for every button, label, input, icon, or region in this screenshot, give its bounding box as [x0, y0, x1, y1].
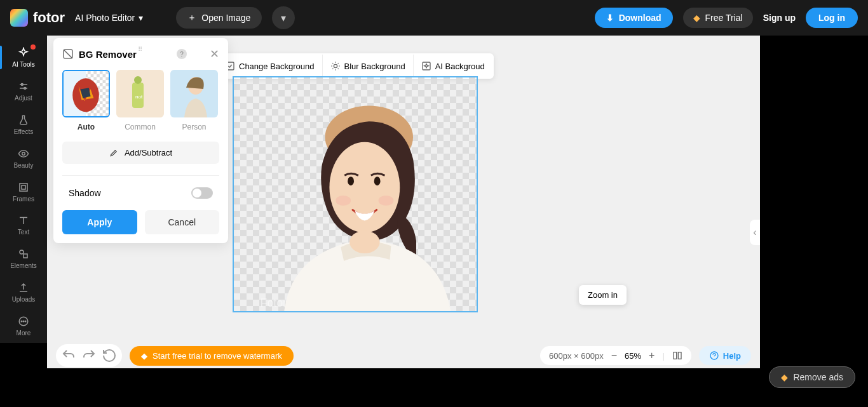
- trial-remove-watermark-button[interactable]: ◆ Start free trial to remove watermark: [130, 346, 294, 366]
- zoom-controls: 600px × 600px − 65% + |: [540, 346, 691, 365]
- brush-icon: [109, 149, 118, 157]
- sidebar-item-more[interactable]: More: [0, 309, 47, 343]
- thumb-common[interactable]: not: [116, 70, 164, 117]
- help-label: Help: [723, 351, 741, 361]
- trial-text: Start free trial to remove watermark: [153, 351, 282, 361]
- undo-button[interactable]: [61, 348, 76, 363]
- text-icon: [18, 215, 29, 226]
- ai-bg-icon: [421, 61, 431, 71]
- chevron-left-icon: ‹: [753, 227, 756, 238]
- sidebar-item-label: More: [17, 330, 31, 337]
- add-subtract-label: Add/Subtract: [125, 148, 172, 157]
- sparkle-icon: [18, 47, 29, 58]
- chevron-down-icon: ▾: [139, 13, 143, 23]
- download-icon: ⬇: [606, 13, 614, 23]
- close-icon[interactable]: ✕: [210, 47, 219, 61]
- diamond-icon: ◆: [781, 372, 788, 382]
- diamond-icon: ◆: [693, 13, 700, 23]
- open-image-button[interactable]: ＋ Open Image: [176, 7, 262, 29]
- svg-point-10: [21, 321, 22, 322]
- redo-button[interactable]: [81, 348, 97, 363]
- sidebar-item-label: Effects: [14, 128, 33, 135]
- cancel-button[interactable]: Cancel: [145, 210, 220, 234]
- canvas-image: Fotor: [234, 77, 477, 311]
- tab-person[interactable]: Person: [170, 123, 218, 131]
- compare-icon[interactable]: [672, 350, 682, 361]
- free-trial-button[interactable]: ◆ Free Trial: [683, 8, 753, 28]
- svg-point-32: [134, 76, 142, 84]
- tab-common[interactable]: Common: [116, 123, 164, 131]
- svg-rect-37: [678, 352, 681, 359]
- apply-button[interactable]: Apply: [62, 210, 137, 234]
- sidebar-item-uploads[interactable]: Uploads: [0, 276, 47, 309]
- history-controls: [56, 344, 122, 367]
- help-icon[interactable]: ?: [177, 49, 187, 59]
- sidebar-item-label: Beauty: [13, 162, 33, 169]
- editor-dropdown[interactable]: AI Photo Editor ▾: [75, 13, 143, 23]
- logo[interactable]: fotor: [10, 9, 65, 27]
- svg-point-21: [379, 196, 394, 206]
- remove-ads-button[interactable]: ◆ Remove ads: [769, 366, 855, 388]
- sidebar-item-effects[interactable]: Effects: [0, 108, 47, 142]
- shapes-icon: [18, 248, 29, 260]
- sidebar-item-adjust[interactable]: Adjust: [0, 74, 47, 108]
- sidebar-item-label: Uploads: [12, 296, 36, 303]
- editor-dropdown-label: AI Photo Editor: [75, 13, 135, 23]
- tab-auto[interactable]: Auto: [62, 123, 110, 131]
- bottom-bar: ◆ Start free trial to remove watermark 6…: [47, 343, 760, 368]
- expand-panel-button[interactable]: ‹: [750, 220, 760, 245]
- ai-background-button[interactable]: AI Backgroud: [414, 55, 492, 77]
- reset-button[interactable]: [102, 348, 117, 363]
- blur-bg-label: Blur Background: [344, 62, 405, 71]
- sidebar-item-ai-tools[interactable]: AI Tools: [0, 41, 47, 74]
- blur-icon: [330, 61, 341, 71]
- plus-icon: ＋: [187, 12, 196, 23]
- sidebar-item-elements[interactable]: Elements: [0, 242, 47, 276]
- svg-text:Fotor: Fotor: [261, 297, 287, 309]
- zoom-out-button[interactable]: −: [611, 350, 617, 361]
- svg-rect-36: [674, 352, 677, 359]
- open-image-dropdown[interactable]: ▾: [272, 6, 295, 29]
- open-image-label: Open Image: [201, 13, 250, 23]
- download-button[interactable]: ⬇ Download: [595, 8, 673, 28]
- svg-point-19: [374, 177, 381, 185]
- svg-rect-6: [22, 185, 25, 189]
- blur-background-button[interactable]: Blur Background: [323, 55, 414, 77]
- eye-icon: [18, 148, 29, 159]
- bg-remover-panel: ⠿ BG Remover ? ✕ not Auto Common Person …: [53, 38, 228, 243]
- svg-rect-5: [20, 183, 27, 191]
- remove-ads-label: Remove ads: [793, 372, 843, 382]
- change-bg-label: Change Background: [239, 62, 315, 71]
- help-button[interactable]: Help: [699, 346, 751, 365]
- background-toolbar: Change Background Blur Background AI Bac…: [216, 53, 494, 79]
- divider: [62, 175, 219, 176]
- canvas[interactable]: Fotor: [233, 76, 478, 312]
- top-bar: fotor AI Photo Editor ▾ ＋ Open Image ▾ ⬇…: [0, 0, 868, 36]
- more-icon: [18, 316, 29, 327]
- svg-text:not: not: [135, 94, 143, 100]
- svg-point-7: [20, 250, 24, 254]
- svg-point-22: [349, 230, 380, 253]
- sliders-icon: [18, 81, 29, 92]
- svg-point-12: [25, 321, 26, 322]
- change-background-button[interactable]: Change Background: [217, 55, 323, 77]
- zoom-in-button[interactable]: +: [649, 350, 654, 361]
- thumb-person[interactable]: [170, 70, 218, 117]
- chevron-down-icon: ▾: [281, 12, 286, 24]
- thumb-auto[interactable]: [62, 70, 110, 117]
- drag-handle-icon[interactable]: ⠿: [138, 46, 144, 53]
- svg-point-11: [23, 321, 24, 322]
- sidebar-item-label: Adjust: [15, 95, 32, 102]
- zoom-in-tooltip: Zoom in: [579, 285, 627, 305]
- sidebar-item-frames[interactable]: Frames: [0, 175, 47, 209]
- svg-point-20: [336, 196, 351, 206]
- sidebar-item-label: AI Tools: [12, 61, 34, 68]
- bg-remover-icon: [62, 48, 74, 60]
- svg-point-4: [22, 152, 25, 155]
- sign-up-link[interactable]: Sign up: [763, 13, 796, 23]
- add-subtract-button[interactable]: Add/Subtract: [62, 142, 219, 164]
- sidebar-item-beauty[interactable]: Beauty: [0, 142, 47, 175]
- log-in-button[interactable]: Log in: [806, 8, 858, 28]
- sidebar-item-text[interactable]: Text: [0, 208, 47, 242]
- shadow-toggle[interactable]: [191, 187, 213, 199]
